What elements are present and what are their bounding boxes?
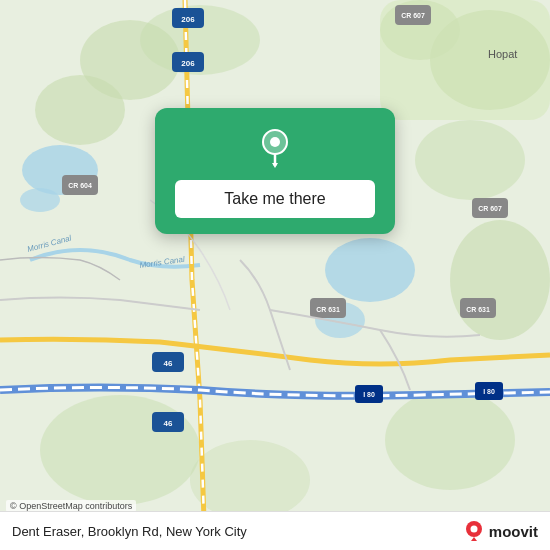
action-card: Take me there [155,108,395,234]
svg-text:Hopat: Hopat [488,48,517,60]
svg-point-42 [270,137,280,147]
bottom-bar: Dent Eraser, Brooklyn Rd, New York City … [0,511,550,550]
svg-text:I 80: I 80 [363,391,375,398]
svg-point-2 [20,188,60,212]
svg-text:206: 206 [181,59,195,68]
svg-text:CR 631: CR 631 [316,306,340,313]
map-background: 206 206 I 80 I 80 46 46 CR 604 CR 607 CR… [0,0,550,550]
svg-text:CR 631: CR 631 [466,306,490,313]
svg-point-12 [450,220,550,340]
svg-text:I 80: I 80 [483,388,495,395]
svg-text:CR 607: CR 607 [478,205,502,212]
svg-marker-43 [272,163,278,168]
svg-point-3 [325,238,415,302]
svg-point-10 [35,75,125,145]
svg-text:CR 607: CR 607 [401,12,425,19]
svg-text:46: 46 [164,359,173,368]
map-container: 206 206 I 80 I 80 46 46 CR 604 CR 607 CR… [0,0,550,550]
address-text: Dent Eraser, Brooklyn Rd, New York City [12,524,247,539]
svg-point-14 [40,395,200,505]
location-pin-icon [253,126,297,170]
svg-text:CR 604: CR 604 [68,182,92,189]
svg-text:46: 46 [164,419,173,428]
svg-point-11 [415,120,525,200]
svg-point-13 [385,390,515,490]
moovit-label: moovit [489,523,538,540]
svg-point-15 [190,440,310,520]
take-me-there-button[interactable]: Take me there [175,180,375,218]
moovit-brand-icon [463,520,485,542]
svg-point-45 [470,526,477,533]
svg-text:206: 206 [181,15,195,24]
moovit-logo: moovit [463,520,538,542]
